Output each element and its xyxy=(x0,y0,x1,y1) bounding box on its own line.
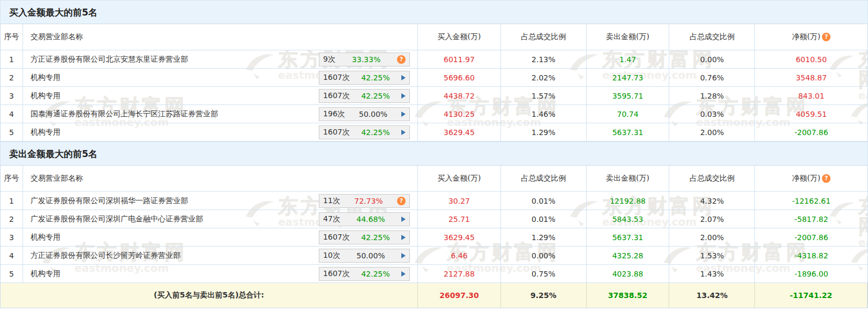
section-title-sell: 卖出金额最大的前5名 xyxy=(0,142,868,165)
branch-name-link[interactable]: 机构专用 xyxy=(31,233,61,242)
expand-arrow-icon[interactable] xyxy=(401,253,406,258)
row-index: 5 xyxy=(1,123,23,141)
help-icon[interactable]: ? xyxy=(822,33,830,41)
buy-ratio-cell: 0.01% xyxy=(501,210,587,228)
lhb-stats-badge[interactable]: 11次 72.73% ? xyxy=(319,194,410,208)
lhb-stats-badge[interactable]: 1607次 42.25% xyxy=(319,89,410,103)
buy-ratio-cell: 1.29% xyxy=(501,123,587,141)
table-row: 1 广发证券股份有限公司深圳福华一路证券营业部 11次 72.73% ? 30.… xyxy=(1,192,867,210)
expand-arrow-icon[interactable] xyxy=(401,75,406,80)
expand-arrow-icon[interactable] xyxy=(401,235,406,240)
lhb-stats-badge[interactable]: 1607次 42.25% xyxy=(319,71,410,85)
sell-ratio-cell: 1.53% xyxy=(669,247,755,264)
help-icon[interactable]: ? xyxy=(397,197,406,205)
row-index: 3 xyxy=(1,228,23,246)
sell-amount-cell: 5637.31 xyxy=(587,228,670,246)
branch-cell: 机构专用 1607次 42.25% xyxy=(23,123,418,141)
sell-ratio-cell: 0.00% xyxy=(669,50,755,68)
row-index: 1 xyxy=(1,50,23,68)
col-header-buy: 买入金额(万) xyxy=(418,24,501,50)
buy-amount-cell: 30.27 xyxy=(418,192,501,210)
net-amount-cell: -1896.00 xyxy=(755,265,867,282)
sell-ratio-cell: 2.00% xyxy=(669,123,755,141)
branch-cell: 广发证券股份有限公司深圳广电金融中心证券营业部 47次 44.68% xyxy=(23,210,418,228)
col-header-net: 净额(万) ? xyxy=(755,166,867,191)
buy-amount-cell: 6011.97 xyxy=(418,50,501,68)
row-index: 2 xyxy=(1,210,23,228)
table-row: 4 方正证券股份有限公司长沙留芳岭证券营业部 10次 50.00% 6.46 0… xyxy=(1,247,867,265)
row-index: 4 xyxy=(1,247,23,264)
net-amount-cell: 3548.87 xyxy=(755,69,867,86)
totals-net: -11741.22 xyxy=(755,283,867,308)
win-rate: 42.25% xyxy=(350,92,401,100)
row-index: 1 xyxy=(1,192,23,210)
listed-times: 1607次 xyxy=(323,73,350,83)
lhb-stats-badge[interactable]: 1607次 42.25% xyxy=(319,125,410,139)
col-header-sell-ratio: 占总成交比例 xyxy=(669,166,755,191)
sell-amount-cell: 1.47 xyxy=(587,50,670,68)
col-header-sell: 卖出金额(万) xyxy=(587,166,670,191)
net-amount-cell: 843.01 xyxy=(755,87,867,105)
branch-name-link[interactable]: 方正证券股份有限公司北京安慧东里证券营业部 xyxy=(31,55,188,64)
col-header-no: 序号 xyxy=(1,166,23,191)
table-row: 5 机构专用 1607次 42.25% 3629.45 1.29% 5637.3… xyxy=(1,123,867,142)
table-row: 5 机构专用 1607次 42.25% 2127.88 0.75% 4023.8… xyxy=(1,265,867,283)
buy-ratio-cell: 0.00% xyxy=(501,247,587,264)
branch-name-link[interactable]: 机构专用 xyxy=(31,128,61,137)
sell-amount-cell: 5843.53 xyxy=(587,210,670,228)
branch-name-link[interactable]: 国泰海通证券股份有限公司上海长宁区江苏路证券营业部 xyxy=(31,109,218,119)
totals-buy-ratio: 9.25% xyxy=(501,283,587,308)
buy-amount-cell: 3629.45 xyxy=(418,228,501,246)
branch-cell: 机构专用 1607次 42.25% xyxy=(23,87,418,105)
sell-top5-section: 卖出金额最大的前5名 序号 交易营业部名称 买入金额(万) 占总成交比例 卖出金… xyxy=(0,142,868,283)
expand-arrow-icon[interactable] xyxy=(401,130,406,135)
buy-amount-cell: 4130.25 xyxy=(418,105,501,123)
expand-arrow-icon[interactable] xyxy=(401,271,406,277)
section-title-buy: 买入金额最大的前5名 xyxy=(0,0,868,24)
table-row: 2 机构专用 1607次 42.25% 5696.60 2.02% 2147.7… xyxy=(1,69,867,87)
sell-amount-cell: 12192.88 xyxy=(587,192,670,210)
win-rate: 72.73% xyxy=(340,197,397,205)
buy-ratio-cell: 0.01% xyxy=(501,192,587,210)
net-amount-cell: -12162.61 xyxy=(755,192,867,210)
sell-amount-cell: 3595.71 xyxy=(587,87,670,105)
branch-name-link[interactable]: 机构专用 xyxy=(31,73,61,83)
expand-arrow-icon[interactable] xyxy=(401,217,406,222)
lhb-stats-badge[interactable]: 10次 50.00% xyxy=(319,249,410,263)
buy-top5-section: 买入金额最大的前5名 序号 交易营业部名称 买入金额(万) 占总成交比例 卖出金… xyxy=(0,0,868,142)
table-header-row: 序号 交易营业部名称 买入金额(万) 占总成交比例 卖出金额(万) 占总成交比例… xyxy=(1,166,867,192)
lhb-stats-badge[interactable]: 196次 50.00% xyxy=(319,107,410,121)
totals-sell: 37838.52 xyxy=(587,283,670,308)
branch-cell: 广发证券股份有限公司深圳福华一路证券营业部 11次 72.73% ? xyxy=(23,192,418,210)
win-rate: 50.00% xyxy=(340,251,401,260)
table-row: 3 机构专用 1607次 42.25% 4438.72 1.57% 3595.7… xyxy=(1,87,867,105)
buy-ratio-cell: 0.75% xyxy=(501,265,587,282)
table-row: 2 广发证券股份有限公司深圳广电金融中心证券营业部 47次 44.68% 25.… xyxy=(1,210,867,228)
branch-name-link[interactable]: 广发证券股份有限公司深圳广电金融中心证券营业部 xyxy=(31,214,203,224)
listed-times: 1607次 xyxy=(323,91,350,101)
branch-cell: 国泰海通证券股份有限公司上海长宁区江苏路证券营业部 196次 50.00% xyxy=(23,105,418,123)
buy-ratio-cell: 2.13% xyxy=(501,50,587,68)
branch-name-link[interactable]: 机构专用 xyxy=(31,269,61,279)
branch-name-link[interactable]: 方正证券股份有限公司长沙留芳岭证券营业部 xyxy=(31,251,181,261)
net-header-label: 净额(万) xyxy=(792,32,820,42)
col-header-branch: 交易营业部名称 xyxy=(23,24,418,50)
row-index: 4 xyxy=(1,105,23,123)
sell-ratio-cell: 1.28% xyxy=(669,87,755,105)
lhb-stats-badge[interactable]: 1607次 42.25% xyxy=(319,267,410,281)
expand-arrow-icon[interactable] xyxy=(401,93,406,99)
lhb-stats-badge[interactable]: 47次 44.68% xyxy=(319,212,410,226)
lhb-stats-badge[interactable]: 9次 33.33% ? xyxy=(319,53,410,66)
col-header-buy-ratio: 占总成交比例 xyxy=(501,24,587,50)
branch-cell: 机构专用 1607次 42.25% xyxy=(23,228,418,246)
help-icon[interactable]: ? xyxy=(397,55,406,64)
win-rate: 42.25% xyxy=(350,233,401,242)
lhb-stats-badge[interactable]: 1607次 42.25% xyxy=(319,230,410,244)
branch-name-link[interactable]: 广发证券股份有限公司深圳福华一路证券营业部 xyxy=(31,196,188,206)
branch-name-link[interactable]: 机构专用 xyxy=(31,91,61,101)
net-amount-cell: -2007.86 xyxy=(755,228,867,246)
expand-arrow-icon[interactable] xyxy=(401,111,406,117)
col-header-buy-ratio: 占总成交比例 xyxy=(501,166,587,191)
help-icon[interactable]: ? xyxy=(822,174,830,183)
col-header-buy: 买入金额(万) xyxy=(418,166,501,191)
